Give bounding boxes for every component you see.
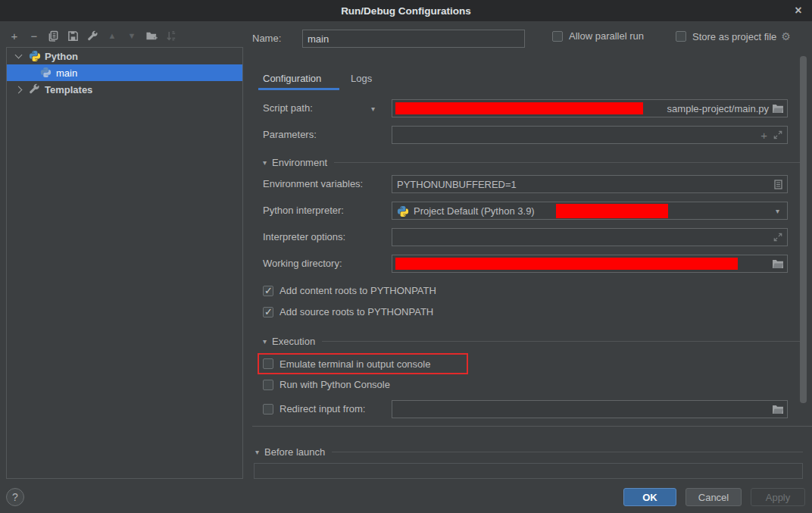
browse-folder-icon[interactable] <box>772 104 784 114</box>
redirect-input-label: Redirect input from: <box>280 403 365 414</box>
section-rule <box>322 341 803 342</box>
before-launch-section-header[interactable]: ▾ Before launch <box>255 446 803 458</box>
add-configuration-button[interactable]: + <box>8 29 21 42</box>
chevron-right-icon[interactable] <box>15 86 23 93</box>
expand-field-icon[interactable] <box>773 233 782 242</box>
name-label: Name: <box>252 30 281 48</box>
run-with-python-console-label: Run with Python Console <box>280 379 390 390</box>
store-as-project-file-label: Store as project file <box>692 31 776 42</box>
add-content-roots-label: Add content roots to PYTHONPATH <box>280 285 436 296</box>
run-debug-configurations-dialog: Run/Debug Configurations × + − ▲ ▼ Pytho… <box>0 0 812 513</box>
add-macro-icon[interactable]: + <box>760 129 767 142</box>
move-up-button[interactable]: ▲ <box>105 29 119 42</box>
redaction-block <box>556 204 668 218</box>
save-configuration-button[interactable] <box>66 29 80 42</box>
annotation-highlight: Emulate terminal in output console <box>258 353 468 374</box>
folder-plus-icon <box>145 30 158 42</box>
tree-item-templates[interactable]: Templates <box>7 81 242 98</box>
close-icon[interactable]: × <box>791 3 806 18</box>
dialog-title: Run/Debug Configurations <box>341 5 471 17</box>
tree-item-label: Templates <box>45 84 92 95</box>
python-logo-icon <box>29 50 41 62</box>
store-as-project-file-row: Store as project file ⚙ <box>676 30 791 42</box>
panel-divider <box>252 426 812 427</box>
working-directory-field[interactable] <box>392 255 788 273</box>
parameters-field[interactable]: + <box>392 126 788 144</box>
run-with-python-console-row: Run with Python Console <box>263 379 390 390</box>
gear-icon[interactable]: ⚙ <box>781 30 791 42</box>
plus-icon: + <box>11 30 18 42</box>
dropdown-arrow-icon[interactable]: ▾ <box>776 207 779 215</box>
tree-item-python[interactable]: Python <box>7 48 242 64</box>
create-folder-button[interactable] <box>145 29 158 42</box>
tab-logs[interactable]: Logs <box>351 73 372 84</box>
name-field-wrap <box>302 30 525 48</box>
active-tab-indicator <box>258 88 339 90</box>
edit-variables-icon[interactable] <box>774 180 782 189</box>
name-input[interactable] <box>303 33 524 45</box>
add-source-roots-row: Add source roots to PYTHONPATH <box>263 306 433 317</box>
browse-folder-icon[interactable] <box>772 405 784 414</box>
execution-section-header[interactable]: ▾ Execution <box>263 336 803 347</box>
redirect-input-field[interactable] <box>392 400 788 418</box>
vertical-scrollbar[interactable] <box>800 56 807 403</box>
emulate-terminal-checkbox[interactable] <box>263 358 273 369</box>
browse-folder-icon[interactable] <box>772 259 784 269</box>
python-logo-icon <box>397 205 409 217</box>
redaction-block <box>395 102 643 114</box>
ok-button[interactable]: OK <box>623 488 676 506</box>
tab-configuration[interactable]: Configuration <box>263 73 321 84</box>
section-collapse-icon: ▾ <box>263 337 267 346</box>
up-arrow-icon: ▲ <box>108 31 117 40</box>
tree-item-label: main <box>56 67 77 79</box>
add-source-roots-checkbox[interactable] <box>263 307 273 317</box>
tree-item-main[interactable]: main <box>7 64 242 81</box>
section-rule <box>334 162 803 163</box>
allow-parallel-run-row: Allow parallel run <box>552 30 644 42</box>
environment-section-label: Environment <box>272 157 327 168</box>
sort-configurations-button[interactable] <box>164 29 178 42</box>
environment-section-header[interactable]: ▾ Environment <box>263 157 803 168</box>
save-icon <box>67 30 79 42</box>
script-path-value: sample-project/main.py <box>667 103 769 114</box>
remove-configuration-button[interactable]: − <box>27 29 41 42</box>
environment-variables-field[interactable]: PYTHONUNBUFFERED=1 <box>392 175 788 193</box>
expand-field-icon[interactable] <box>773 130 782 139</box>
copy-icon <box>48 30 59 42</box>
redirect-input-row: Redirect input from: <box>263 403 365 414</box>
python-interpreter-combobox[interactable]: Project Default (Python 3.9) ▾ <box>392 202 788 220</box>
script-path-label: Script path: <box>263 99 313 117</box>
before-launch-section-label: Before launch <box>264 446 325 458</box>
apply-button[interactable]: Apply <box>751 488 805 506</box>
redaction-block <box>395 258 738 270</box>
help-button[interactable]: ? <box>6 488 24 506</box>
python-interpreter-value: Project Default (Python 3.9) <box>414 205 535 217</box>
configurations-tree: Python main Templates <box>6 47 243 479</box>
add-source-roots-label: Add source roots to PYTHONPATH <box>280 306 433 317</box>
tree-item-label: Python <box>45 51 78 62</box>
edit-templates-button[interactable] <box>86 29 99 42</box>
copy-configuration-button[interactable] <box>46 29 60 42</box>
script-path-type-dropdown-icon[interactable]: ▾ <box>371 105 375 113</box>
allow-parallel-run-checkbox[interactable] <box>552 31 563 42</box>
cancel-button[interactable]: Cancel <box>686 488 742 506</box>
run-with-python-console-checkbox[interactable] <box>263 380 273 390</box>
redirect-input-checkbox[interactable] <box>263 404 273 414</box>
chevron-down-icon[interactable] <box>15 52 23 59</box>
python-interpreter-label: Python interpreter: <box>263 202 344 220</box>
parameters-label: Parameters: <box>263 126 317 144</box>
allow-parallel-run-label: Allow parallel run <box>569 30 644 42</box>
section-collapse-icon: ▾ <box>255 448 259 456</box>
wrench-icon <box>87 30 98 42</box>
section-rule <box>332 452 803 452</box>
titlebar: Run/Debug Configurations × <box>0 0 812 21</box>
interpreter-options-field[interactable] <box>392 228 788 246</box>
add-content-roots-checkbox[interactable] <box>263 286 273 296</box>
execution-section-label: Execution <box>272 336 315 347</box>
move-down-button[interactable]: ▼ <box>125 29 139 42</box>
minus-icon: − <box>31 30 38 42</box>
working-directory-label: Working directory: <box>263 255 342 273</box>
script-path-field[interactable]: sample-project/main.py <box>392 99 788 117</box>
before-launch-task-list[interactable] <box>254 463 803 479</box>
store-as-project-file-checkbox[interactable] <box>676 31 686 42</box>
